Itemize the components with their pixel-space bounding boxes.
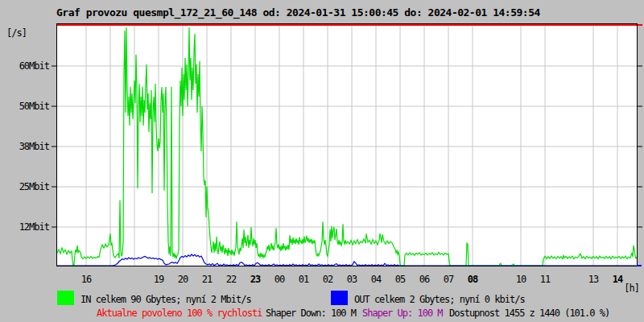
shaper-up-label: Shaper Up: 100 M (362, 308, 443, 319)
x-axis-label: 19 (154, 274, 164, 285)
availability-label: Dostupnost 1455 z 1440 (101.0 %) (449, 308, 609, 319)
x-axis-label: 06 (419, 274, 430, 285)
traffic-graph-window: 60Mbit50Mbit38Mbit25Mbit12Mbit1619202122… (0, 0, 644, 322)
x-axis-label: 11 (540, 274, 551, 285)
out-legend-swatch (331, 291, 348, 305)
x-axis-unit-label: [h] (624, 283, 639, 294)
x-axis-label: 08 (468, 274, 478, 285)
x-axis-label: 03 (347, 274, 357, 285)
in-legend-label: IN celkem 90 Gbytes; nyní 2 Mbit/s (80, 294, 251, 305)
x-axis-label: 20 (178, 274, 188, 285)
traffic-chart: 60Mbit50Mbit38Mbit25Mbit12Mbit1619202122… (0, 0, 644, 322)
x-axis-label: 04 (371, 274, 382, 285)
graph-title: Graf provozu quesmpl_172_21_60_148 od: 2… (56, 6, 540, 19)
x-axis-label: 13 (588, 274, 599, 285)
y-axis-label: 50Mbit (19, 101, 50, 112)
y-axis-label: 38Mbit (19, 141, 50, 152)
x-axis-label: 07 (444, 274, 454, 285)
y-axis-label: 60Mbit (19, 60, 50, 72)
y-axis-label: 25Mbit (19, 181, 50, 192)
x-axis-label: 01 (299, 274, 309, 285)
out-legend-label: OUT celkem 2 Gbytes; nyní 0 kbit/s (354, 294, 525, 305)
x-axis-label: 21 (202, 274, 213, 285)
allowed-speed-label: Aktualne povoleno 100 % rychlosti (97, 308, 262, 319)
x-axis-label: 23 (250, 274, 261, 285)
x-axis-label: 16 (81, 274, 92, 285)
y-axis-unit-label: [/s] (6, 27, 27, 39)
y-axis-label: 12Mbit (19, 221, 50, 233)
x-axis-label: 14 (613, 274, 623, 285)
x-axis-label: 02 (323, 274, 333, 285)
x-axis-label: 05 (395, 274, 406, 285)
x-axis-label: 22 (226, 274, 237, 285)
plot-background (56, 23, 638, 266)
x-axis-label: 10 (516, 274, 526, 285)
shaper-down-label: Shaper Down: 100 M (266, 308, 356, 319)
x-axis-label: 00 (275, 274, 285, 285)
in-legend-swatch (57, 291, 74, 305)
